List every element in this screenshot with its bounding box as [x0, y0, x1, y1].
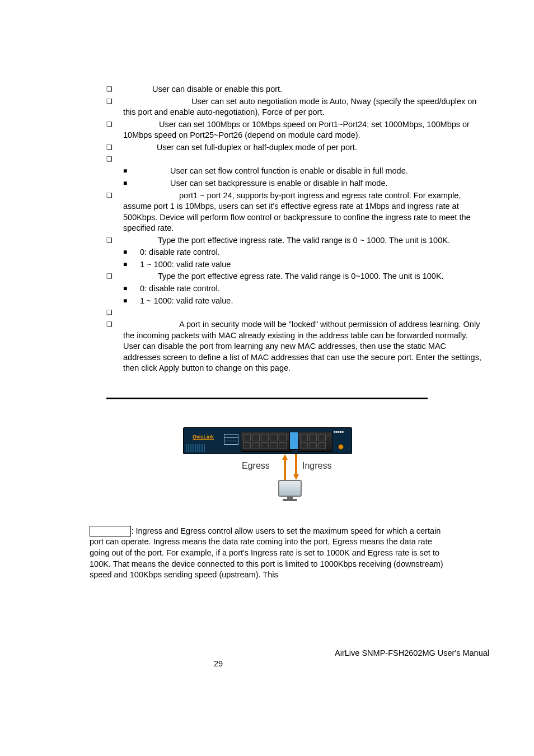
list-text: Type the port effective egress rate. The… — [158, 272, 444, 281]
bullet-square-outline-icon: ❑ — [106, 307, 123, 318]
switch-knob-icon — [338, 444, 344, 450]
list-item: ❑ User can set 100Mbps or 10Mbps speed o… — [106, 119, 484, 141]
list-text: User can set flow control function is en… — [170, 166, 408, 175]
list-item: ❑ Type the port effective egress rate. T… — [106, 271, 484, 282]
list-text: 0: disable rate control. — [140, 248, 220, 256]
bullet-square-solid-icon: ■ — [123, 296, 140, 306]
note-text: : Ingress and Egress control allow users… — [90, 526, 443, 580]
list-text: User can set full-duplex or half-duplex … — [157, 143, 357, 152]
list-item: ■ 1 ~ 1000: valid rate value. — [123, 296, 484, 307]
active-port-icon — [289, 432, 298, 450]
list-text: A port in security mode will be "locked"… — [123, 320, 481, 372]
arrow-up-icon — [282, 454, 288, 480]
content-area: ❑ User can disable or enable this port. … — [106, 84, 484, 374]
bullet-square-outline-icon: ❑ — [106, 154, 123, 165]
list-text: User can set backpressure is enable or d… — [170, 179, 387, 188]
list-item: ❑ port1 ~ port 24, supports by-port ingr… — [106, 190, 484, 234]
bullet-square-outline-icon: ❑ — [106, 119, 123, 130]
list-text: 1 ~ 1000: valid rate value — [140, 260, 231, 269]
list-text: User can set 100Mbps or 10Mbps speed on … — [123, 120, 470, 140]
bullet-square-solid-icon: ■ — [123, 178, 140, 189]
page-footer: AirLive SNMP-FSH2602MG User's Manual 29 — [0, 648, 534, 670]
led-grid-icon — [186, 444, 206, 452]
list-item: ❑ — [106, 154, 484, 165]
port-panel-icon — [241, 432, 292, 452]
list-text: User can set auto negotiation mode is Au… — [123, 97, 476, 117]
bullet-square-solid-icon: ■ — [123, 166, 140, 176]
port-panel-icon — [298, 432, 332, 452]
bullet-square-outline-icon: ❑ — [106, 271, 123, 282]
list-item: ■ 0: disable rate control. — [123, 283, 484, 295]
list-item: ❑ User can disable or enable this port. — [106, 84, 484, 95]
switch-brand-area: OvisLink — [186, 431, 221, 450]
list-item: ❑ — [106, 307, 484, 318]
list-text: 1 ~ 1000: valid rate value. — [140, 296, 233, 305]
bullet-square-outline-icon: ❑ — [106, 319, 123, 330]
bullet-square-outline-icon: ❑ — [106, 96, 123, 107]
note-paragraph: : Ingress and Egress control allow users… — [90, 526, 444, 581]
list-item: ■ User can set flow control function is … — [123, 166, 484, 177]
switch-app-icon — [224, 434, 238, 445]
egress-label: Egress — [242, 460, 270, 472]
list-text: port1 ~ port 24, supports by-port ingres… — [123, 191, 471, 233]
brand-label: OvisLink — [193, 434, 214, 440]
bullet-square-outline-icon: ❑ — [106, 190, 123, 201]
page-number: 29 — [190, 659, 246, 670]
list-item: ❑ User can set auto negotiation mode is … — [106, 96, 484, 118]
switch-model-tag: ■■■■■ — [334, 430, 344, 434]
figure-egress-ingress: OvisLink ■■■■■ Egress Ingress — [45, 422, 489, 509]
footer-title: AirLive SNMP-FSH2602MG User's Manual — [45, 648, 489, 659]
bullet-square-solid-icon: ■ — [123, 283, 140, 294]
bullet-square-outline-icon: ❑ — [106, 235, 123, 246]
list-item: ■ 1 ~ 1000: valid rate value — [123, 259, 484, 270]
list-item: ❑ Type the port effective ingress rate. … — [106, 235, 484, 246]
list-item: ❑ A port in security mode will be "locke… — [106, 319, 484, 374]
list-item: ■ 0: disable rate control. — [123, 247, 484, 258]
bullet-square-solid-icon: ■ — [123, 259, 140, 270]
computer-icon — [278, 480, 302, 502]
bullet-square-solid-icon: ■ — [123, 247, 140, 258]
bullet-square-outline-icon: ❑ — [106, 142, 123, 153]
list-item: ❑ User can set full-duplex or half-duple… — [106, 142, 484, 153]
note-box — [90, 526, 131, 537]
ingress-label: Ingress — [302, 460, 331, 472]
list-text: 0: disable rate control. — [140, 284, 220, 293]
list-item: ■ User can set backpressure is enable or… — [123, 178, 484, 189]
bullet-square-outline-icon: ❑ — [106, 84, 123, 95]
arrow-down-icon — [293, 454, 299, 480]
list-text: User can disable or enable this port. — [152, 85, 282, 94]
list-text: Type the port effective ingress rate. Th… — [158, 236, 450, 245]
divider — [106, 398, 428, 399]
